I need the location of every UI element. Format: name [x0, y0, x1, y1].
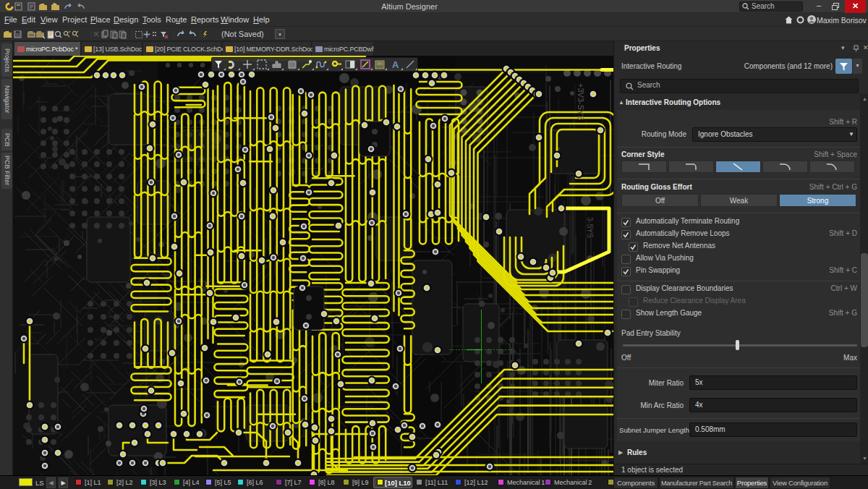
svg-text:A: A	[392, 59, 399, 70]
svg-text:3-SYS: 3-SYS	[586, 217, 594, 238]
svg-text:+3V3-SYS: +3V3-SYS	[576, 83, 585, 121]
